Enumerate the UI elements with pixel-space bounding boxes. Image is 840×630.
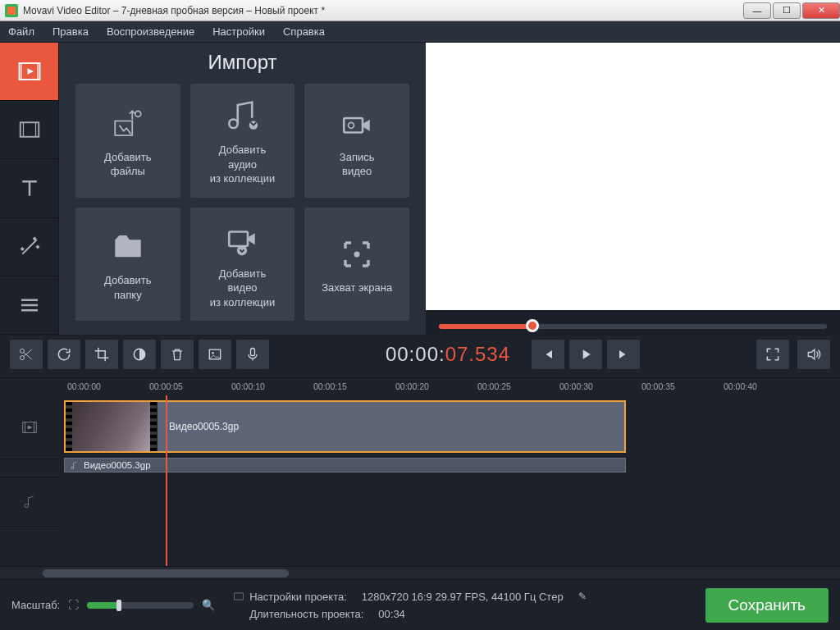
svg-point-13 bbox=[212, 352, 214, 354]
project-settings-value: 1280x720 16:9 29.97 FPS, 44100 Гц Стер bbox=[362, 591, 564, 603]
svg-rect-14 bbox=[251, 349, 255, 356]
sidebar-effects[interactable] bbox=[0, 218, 58, 276]
tile-add-folder[interactable]: Добавить папку bbox=[75, 208, 180, 322]
delete-button[interactable] bbox=[161, 340, 194, 369]
tile-record-video[interactable]: Запись видео bbox=[304, 84, 409, 198]
image-icon bbox=[207, 346, 223, 363]
menu-help[interactable]: Справка bbox=[283, 25, 325, 38]
duration-label: Длительность проекта: bbox=[249, 608, 363, 620]
video-track-header[interactable] bbox=[0, 395, 59, 459]
svg-rect-6 bbox=[230, 231, 249, 246]
trash-icon bbox=[169, 346, 185, 363]
linked-audio-track-header[interactable] bbox=[0, 459, 59, 477]
window-close-button[interactable]: ✕ bbox=[802, 2, 840, 19]
window-minimize-button[interactable]: — bbox=[743, 2, 771, 19]
prev-frame-button[interactable] bbox=[532, 340, 564, 369]
play-icon bbox=[578, 346, 594, 363]
window-maximize-button[interactable]: ☐ bbox=[773, 2, 801, 19]
ruler-tick: 00:00:25 bbox=[477, 381, 559, 394]
svg-point-8 bbox=[354, 252, 360, 258]
preview-canvas[interactable] bbox=[426, 43, 840, 310]
ruler-tick: 00:00:30 bbox=[559, 381, 641, 394]
ruler-tick: 00:00:10 bbox=[231, 381, 313, 394]
tile-add-video[interactable]: Добавить видео из коллекции bbox=[190, 208, 295, 322]
sidebar-filters[interactable] bbox=[0, 101, 58, 159]
zoom-fit-icon[interactable]: ⛶ bbox=[68, 599, 79, 611]
music-note-icon bbox=[225, 99, 259, 134]
text-icon bbox=[17, 176, 42, 201]
timeline-tracks: Видео0005.3gp Видео0005.3gp bbox=[0, 395, 840, 566]
timeline-body[interactable]: Видео0005.3gp Видео0005.3gp bbox=[59, 395, 840, 566]
tile-screen-capture[interactable]: Захват экрана bbox=[304, 208, 409, 322]
folder-icon bbox=[111, 230, 145, 264]
ruler-tick: 00:00:40 bbox=[724, 381, 806, 394]
microphone-icon bbox=[244, 346, 261, 363]
crop-button[interactable] bbox=[85, 340, 118, 369]
music-track-header[interactable] bbox=[0, 477, 59, 527]
contrast-icon bbox=[131, 346, 148, 363]
edit-toolbar: 00:00:07.534 bbox=[0, 335, 840, 377]
ruler-tick: 00:00:15 bbox=[313, 381, 395, 394]
tile-label: Добавить папку bbox=[104, 273, 151, 302]
sidebar-more[interactable] bbox=[0, 276, 58, 335]
menubar: Файл Правка Воспроизведение Настройки Сп… bbox=[0, 21, 840, 43]
edit-project-settings-button[interactable]: ✎ bbox=[578, 591, 587, 602]
camcorder-download-icon bbox=[225, 223, 259, 258]
playhead[interactable] bbox=[166, 395, 167, 566]
properties-button[interactable] bbox=[199, 340, 231, 369]
project-settings-label: Настройки проекта: bbox=[249, 591, 347, 603]
voiceover-button[interactable] bbox=[236, 340, 269, 369]
duration-value: 00:34 bbox=[378, 608, 405, 620]
zoom-in-icon[interactable]: 🔍 bbox=[202, 599, 215, 611]
audio-clip-name: Видео0005.3gp bbox=[84, 460, 151, 470]
zoom-label: Масштаб: bbox=[11, 599, 60, 611]
tile-add-files[interactable]: Добавить файлы bbox=[75, 84, 180, 198]
tile-label: Запись видео bbox=[340, 150, 375, 179]
app-icon bbox=[5, 4, 18, 17]
next-frame-button[interactable] bbox=[607, 340, 640, 369]
audio-clip[interactable]: Видео0005.3gp bbox=[64, 458, 626, 472]
statusbar: Масштаб: ⛶ 🔍 Настройки проекта: 1280x720… bbox=[0, 579, 840, 630]
media-files-icon bbox=[111, 107, 145, 141]
sidebar-titles[interactable] bbox=[0, 159, 58, 217]
rotate-button[interactable] bbox=[48, 340, 80, 369]
play-button[interactable] bbox=[569, 340, 602, 369]
tool-sidebar bbox=[0, 43, 59, 335]
rotate-icon bbox=[56, 346, 72, 363]
menu-settings[interactable]: Настройки bbox=[212, 25, 265, 38]
preview-seek-slider[interactable] bbox=[439, 318, 827, 335]
zoom-slider[interactable] bbox=[87, 602, 194, 609]
preview-pane bbox=[426, 43, 840, 335]
camcorder-icon bbox=[340, 107, 374, 141]
fullscreen-button[interactable] bbox=[756, 340, 789, 369]
menu-file[interactable]: Файл bbox=[8, 25, 34, 38]
menu-edit[interactable]: Правка bbox=[52, 25, 89, 38]
menu-playback[interactable]: Воспроизведение bbox=[107, 25, 194, 38]
video-clip[interactable]: Видео0005.3gp bbox=[64, 400, 626, 453]
film-play-icon bbox=[17, 59, 42, 84]
timecode-current: 07.534 bbox=[445, 343, 510, 365]
svg-rect-16 bbox=[235, 593, 244, 600]
speaker-icon bbox=[806, 346, 822, 363]
tile-label: Захват экрана bbox=[322, 281, 392, 295]
ruler-tick: 00:00:20 bbox=[395, 381, 477, 394]
cut-button[interactable] bbox=[10, 340, 43, 369]
hamburger-icon bbox=[17, 293, 42, 317]
filmstrip-icon bbox=[17, 117, 42, 142]
ruler-tick: 00:00:35 bbox=[641, 381, 724, 394]
crop-icon bbox=[94, 346, 110, 363]
timeline-scrollbar[interactable] bbox=[0, 566, 840, 579]
window-title: Movavi Video Editor – 7-дневная пробная … bbox=[23, 5, 325, 16]
sidebar-import[interactable] bbox=[0, 43, 58, 101]
clip-name: Видео0005.3gp bbox=[169, 421, 239, 432]
clip-thumbnail bbox=[66, 402, 158, 451]
tile-add-audio[interactable]: Добавить аудио из коллекции bbox=[190, 84, 295, 198]
volume-button[interactable] bbox=[797, 340, 830, 369]
save-button[interactable]: Сохранить bbox=[705, 588, 829, 623]
color-button[interactable] bbox=[123, 340, 156, 369]
svg-point-5 bbox=[349, 122, 354, 128]
tile-label: Добавить видео из коллекции bbox=[210, 267, 276, 310]
import-panel: Импорт Добавить файлы Добавить аудио из … bbox=[59, 43, 426, 335]
timeline-ruler[interactable]: 00:00:00 00:00:05 00:00:10 00:00:15 00:0… bbox=[0, 377, 840, 395]
scrollbar-thumb[interactable] bbox=[43, 569, 289, 578]
